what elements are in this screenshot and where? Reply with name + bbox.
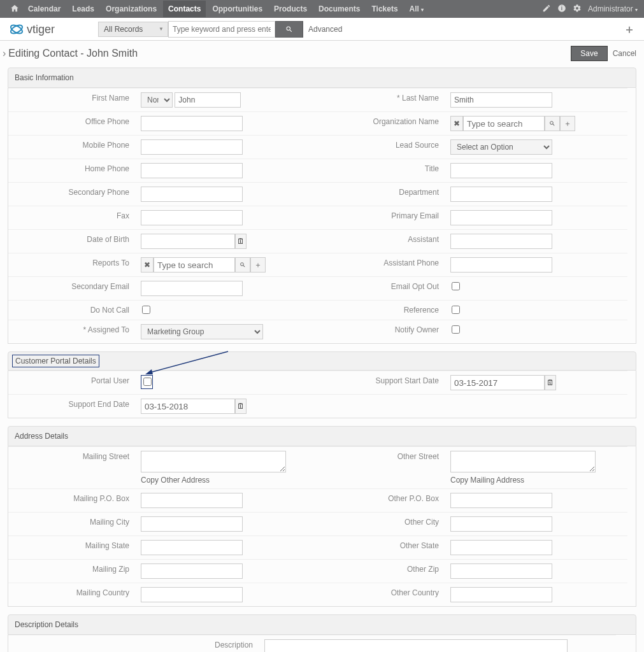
salutation-select[interactable]: None <box>141 92 173 108</box>
sec-email-input[interactable] <box>141 281 243 296</box>
copy-mail-link[interactable]: Copy Mailing Address <box>450 476 622 485</box>
copy-other-link[interactable]: Copy Other Address <box>141 476 313 485</box>
o-country-input[interactable] <box>450 587 552 602</box>
svg-text:vtiger: vtiger <box>27 23 55 36</box>
label-m-state: Mailing State <box>8 535 136 559</box>
nav-leads[interactable]: Leads <box>67 1 99 17</box>
expand-sidebar-icon[interactable]: › <box>3 48 6 59</box>
primary-email-input[interactable] <box>450 210 552 225</box>
nav-calendar[interactable]: Calendar <box>23 1 66 17</box>
label-assistant: Assistant <box>318 229 445 253</box>
label-m-po: Mailing P.O. Box <box>8 488 136 512</box>
m-country-input[interactable] <box>141 587 243 602</box>
global-search-button[interactable] <box>275 21 303 38</box>
reference-checkbox[interactable] <box>452 306 460 314</box>
email-opt-checkbox[interactable] <box>452 282 460 290</box>
description-input[interactable] <box>264 639 568 652</box>
page-title: Editing Contact - John Smith <box>8 48 571 59</box>
label-support-end: Support End Date <box>8 394 136 418</box>
org-search-icon[interactable] <box>545 116 560 131</box>
m-zip-input[interactable] <box>141 563 243 579</box>
label-primary-email: Primary Email <box>318 206 445 229</box>
portal-user-checkbox[interactable] <box>143 378 152 386</box>
nav-all[interactable]: All ▾ <box>404 1 429 17</box>
home-icon[interactable] <box>10 4 19 15</box>
nav-organizations[interactable]: Organizations <box>101 1 162 17</box>
o-city-input[interactable] <box>450 516 552 532</box>
gear-icon[interactable] <box>573 4 582 15</box>
assistant-phone-input[interactable] <box>450 257 552 273</box>
label-portal-user: Portal User <box>8 371 136 394</box>
admin-menu[interactable]: Administrator ▾ <box>588 4 638 13</box>
org-name-input[interactable] <box>463 116 545 131</box>
dnc-checkbox[interactable] <box>142 306 150 314</box>
label-o-street: Other Street <box>318 446 445 488</box>
label-home-phone: Home Phone <box>8 159 136 182</box>
support-start-cal-icon[interactable]: 🗓 <box>545 375 556 390</box>
label-reference: Reference <box>318 300 445 320</box>
nav-documents[interactable]: Documents <box>313 1 365 17</box>
label-reports-to: Reports To <box>8 253 136 276</box>
nav-opportunities[interactable]: Opportunities <box>207 1 268 17</box>
nav-products[interactable]: Products <box>269 1 312 17</box>
office-phone-input[interactable] <box>141 116 243 131</box>
o-state-input[interactable] <box>450 540 552 555</box>
quick-create-icon[interactable]: ＋ <box>624 22 635 37</box>
label-org-name: Organization Name <box>318 111 445 135</box>
first-name-input[interactable] <box>175 92 241 108</box>
save-button-top[interactable]: Save <box>571 46 607 61</box>
m-po-input[interactable] <box>141 493 243 508</box>
m-street-input[interactable] <box>141 451 286 472</box>
support-end-input[interactable] <box>141 399 235 414</box>
label-m-country: Mailing Country <box>8 583 136 606</box>
label-fax: Fax <box>8 206 136 229</box>
org-add-icon[interactable]: ＋ <box>560 116 575 131</box>
reports-search-icon[interactable] <box>235 257 250 273</box>
label-mobile-phone: Mobile Phone <box>8 135 136 159</box>
fax-input[interactable] <box>141 210 243 225</box>
support-end-cal-icon[interactable]: 🗓 <box>235 399 247 414</box>
mobile-phone-input[interactable] <box>141 139 243 155</box>
notify-owner-checkbox[interactable] <box>452 325 460 334</box>
label-description: Description <box>8 635 259 652</box>
assistant-input[interactable] <box>450 234 552 249</box>
lead-source-select[interactable]: Select an Option <box>450 139 552 155</box>
reports-add-icon[interactable]: ＋ <box>250 257 266 273</box>
department-input[interactable] <box>450 187 552 202</box>
info-icon[interactable]: i <box>557 4 566 15</box>
reports-clear-icon[interactable]: ✖ <box>141 257 154 273</box>
label-o-city: Other City <box>318 512 445 535</box>
advanced-search-link[interactable]: Advanced <box>308 25 342 34</box>
rightnav: i Administrator ▾ <box>542 4 638 15</box>
label-notify-owner: Notify Owner <box>318 320 445 343</box>
label-m-street: Mailing Street <box>8 446 136 488</box>
pencil-icon[interactable] <box>542 4 551 15</box>
records-filter[interactable]: All Records <box>98 22 168 37</box>
logo[interactable]: vtiger <box>9 22 75 37</box>
o-zip-input[interactable] <box>450 563 552 579</box>
label-dob: Date of Birth <box>8 229 136 253</box>
assigned-to-select[interactable]: Marketing Group <box>141 324 263 339</box>
home-phone-input[interactable] <box>141 163 243 178</box>
portal-header-highlight: Customer Portal Details <box>12 355 99 367</box>
dob-calendar-icon[interactable]: 🗓 <box>235 234 247 249</box>
title-input[interactable] <box>450 163 552 178</box>
basic-info-header: Basic Information <box>8 67 636 88</box>
nav-contacts[interactable]: Contacts <box>163 1 206 17</box>
label-m-zip: Mailing Zip <box>8 559 136 583</box>
desc-header: Description Details <box>8 614 636 635</box>
support-start-input[interactable] <box>450 375 545 390</box>
org-clear-icon[interactable]: ✖ <box>450 116 463 131</box>
cancel-link-top[interactable]: Cancel <box>613 49 636 58</box>
sec-phone-input[interactable] <box>141 187 243 202</box>
m-city-input[interactable] <box>141 516 243 532</box>
o-street-input[interactable] <box>450 451 596 472</box>
reports-to-input[interactable] <box>154 257 235 273</box>
o-po-input[interactable] <box>450 493 552 508</box>
last-name-input[interactable] <box>450 92 552 108</box>
m-state-input[interactable] <box>141 540 243 555</box>
nav-tickets[interactable]: Tickets <box>366 1 403 17</box>
global-search-input[interactable] <box>168 21 275 38</box>
dob-input[interactable] <box>141 234 235 249</box>
label-assigned-to: * Assigned To <box>8 320 136 343</box>
